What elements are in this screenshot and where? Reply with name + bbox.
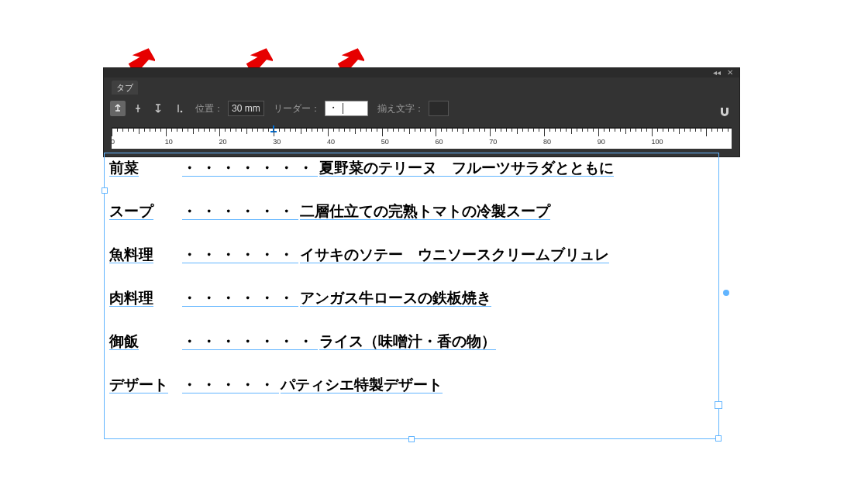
menu-line: デザート・・・・・パティシエ特製デザート	[109, 375, 714, 395]
snap-magnet-button[interactable]	[716, 104, 733, 121]
menu-category: 肉料理	[109, 288, 181, 308]
menu-item: ライス（味噌汁・香の物）	[319, 332, 496, 352]
ruler-number: 60	[435, 138, 443, 146]
decimal-tabstop-button[interactable]	[170, 101, 186, 116]
resize-handle-br[interactable]	[715, 435, 722, 442]
leader-dots: ・・・・・・・	[181, 332, 319, 352]
menu-category: 前菜	[109, 158, 181, 178]
menu-item: アンガス牛ロースの鉄板焼き	[300, 288, 491, 308]
menu-line: 肉料理・・・・・・アンガス牛ロースの鉄板焼き	[109, 288, 714, 308]
menu-line: スープ・・・・・・二層仕立ての完熟トマトの冷製スープ	[109, 201, 714, 222]
leader-dots: ・・・・・・・	[181, 158, 319, 178]
text-frame[interactable]: 前菜・・・・・・・夏野菜のテリーヌ フルーツサラダとともにスープ・・・・・・二層…	[104, 153, 719, 439]
ruler-number: 20	[219, 138, 226, 146]
menu-category: 御飯	[109, 332, 181, 352]
ruler-number: 70	[489, 138, 497, 146]
menu-category: デザート	[109, 375, 181, 395]
text-content: 前菜・・・・・・・夏野菜のテリーヌ フルーツサラダとともにスープ・・・・・・二層…	[105, 153, 718, 395]
ruler-number: 90	[598, 138, 605, 146]
menu-line: 前菜・・・・・・・夏野菜のテリーヌ フルーツサラダとともに	[109, 158, 714, 178]
menu-category: 魚料理	[109, 245, 181, 265]
ruler-number: 80	[543, 138, 551, 146]
menu-item: イサキのソテー ウニソースクリームブリュレ	[300, 245, 609, 265]
ruler-number: 50	[381, 138, 389, 146]
collapse-icon[interactable]: ◂◂	[713, 69, 721, 77]
leader-dots: ・・・・・・	[181, 245, 300, 265]
inport-handle[interactable]	[102, 187, 108, 194]
resize-handle-bottom[interactable]	[408, 436, 415, 442]
tabs-panel: ◂◂ ✕ タブ 位置： 30 mm リーダー： ・ 揃え文字： 01020304…	[103, 67, 740, 157]
position-label: 位置：	[195, 102, 223, 115]
menu-item: パティシエ特製デザート	[281, 375, 443, 395]
menu-category: スープ	[109, 201, 181, 222]
outport-handle[interactable]	[715, 401, 722, 409]
tab-tabs[interactable]: タブ	[112, 81, 138, 95]
center-tabstop-button[interactable]	[130, 101, 146, 116]
leader-dots: ・・・・・	[181, 375, 281, 395]
close-icon[interactable]: ✕	[727, 69, 733, 77]
ruler[interactable]: 0102030405060708090100	[112, 127, 732, 149]
svg-point-3	[181, 111, 183, 113]
menu-line: 御飯・・・・・・・ライス（味噌汁・香の物）	[109, 332, 714, 352]
right-tabstop-button[interactable]	[150, 101, 166, 116]
menu-item: 夏野菜のテリーヌ フルーツサラダとともに	[319, 158, 614, 178]
position-input[interactable]: 30 mm	[228, 101, 264, 116]
ruler-number: 40	[327, 138, 335, 146]
leader-dots: ・・・・・・	[181, 288, 300, 308]
ruler-number: 100	[651, 138, 663, 146]
menu-line: 魚料理・・・・・・イサキのソテー ウニソースクリームブリュレ	[109, 245, 714, 265]
ruler-number: 30	[273, 138, 281, 146]
align-char-input[interactable]	[429, 101, 449, 116]
leader-label: リーダー：	[274, 102, 320, 115]
align-char-label: 揃え文字：	[377, 102, 424, 115]
leader-dots: ・・・・・・	[181, 201, 300, 222]
ruler-number: 10	[165, 138, 173, 146]
menu-item: 二層仕立ての完熟トマトの冷製スープ	[300, 201, 550, 222]
frame-dot[interactable]	[723, 290, 729, 296]
left-tabstop-button[interactable]	[110, 101, 126, 116]
ruler-number: 0	[111, 138, 115, 146]
leader-input[interactable]: ・	[325, 101, 368, 116]
